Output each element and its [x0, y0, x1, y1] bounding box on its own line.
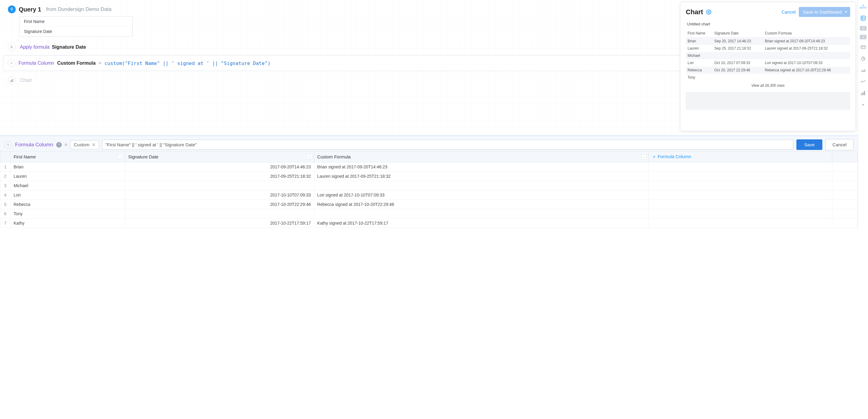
chart-preview-row[interactable]: LaurenSep 25, 2017 21:18:32Lauren signed…	[686, 45, 850, 52]
badge-12b[interactable]: 12	[860, 35, 867, 39]
cell-first: Lauren	[10, 172, 125, 181]
chart-preview-row[interactable]: Tony	[686, 74, 850, 81]
table-row[interactable]: 7Kathy2017-10-22T17:59:17Kathy signed at…	[0, 218, 858, 228]
chip-remove-icon[interactable]: ✕	[92, 142, 96, 148]
chart-untitled-label[interactable]: Untitled chart	[687, 22, 850, 26]
cell-cf: Brian signed at 2017-09-20T14:46:23	[763, 37, 850, 45]
cell-sig: Oct 10, 2017 07:09:33	[713, 59, 763, 66]
query-field[interactable]: Signature Date	[20, 27, 132, 36]
cell-cf: Lori signed at 2017-10-10T07:09:33	[763, 59, 850, 66]
chart-cancel-link[interactable]: Cancel	[781, 9, 796, 14]
query-title[interactable]: Query 1	[19, 6, 41, 13]
cell-first: Lori	[10, 190, 125, 200]
add-formula-column[interactable]: ＋ Formula Column	[649, 151, 832, 162]
svg-rect-3	[12, 79, 13, 82]
view-all-rows-link[interactable]: View all 28,305 rows	[686, 84, 850, 88]
cell-empty	[649, 181, 832, 190]
cell-first: Kathy	[10, 218, 125, 228]
save-to-dashboard-button[interactable]: Save to Dashboard	[799, 7, 850, 17]
table-row[interactable]: 3Michael	[0, 181, 858, 190]
row-number: 5	[0, 200, 10, 209]
table-row[interactable]: 2Lauren2017-09-25T21:18:32Lauren signed …	[0, 172, 858, 181]
chevron-down-icon[interactable]: ▾	[860, 101, 867, 108]
grid-col-header[interactable]: Custom Formula⌄	[314, 151, 649, 162]
area-chart-icon[interactable]	[860, 66, 867, 74]
cell-first: Brian	[686, 37, 713, 45]
cell-cf: Rebecca signed at 2017-10-20T22:29:46	[314, 200, 649, 209]
chevron-down-icon[interactable]: ⌄	[307, 154, 312, 160]
cell-first: Rebecca	[686, 66, 713, 74]
chart-preview-row[interactable]: LoriOct 10, 2017 07:09:33Lori signed at …	[686, 59, 850, 66]
cell-sig: 2017-09-25T21:18:32	[125, 172, 314, 181]
chip-label: Custom	[74, 142, 89, 147]
cell-sig	[713, 74, 763, 81]
cell-cf	[763, 74, 850, 81]
svg-rect-9	[861, 46, 865, 49]
chart-preview-table: First Name Signature Date Custom Formula…	[686, 29, 850, 81]
cell-cf	[314, 181, 649, 190]
table-row[interactable]: 4Lori2017-10-10T07:09:33Lori signed at 2…	[0, 190, 858, 200]
row-number: 7	[0, 218, 10, 228]
chart-preview-panel: Chart Cancel Save to Dashboard Untitled …	[680, 2, 856, 131]
cell-empty	[832, 190, 858, 200]
cell-cf: Lauren signed at 2017-09-25T21:18:32	[763, 45, 850, 52]
query-field[interactable]: First Name	[20, 17, 132, 27]
cell-empty	[832, 162, 858, 172]
cell-sig: 2017-09-20T14:46:23	[125, 162, 314, 172]
chart-col-header[interactable]: Custom Formula	[763, 29, 850, 37]
cell-sig: 2017-10-10T07:09:33	[125, 190, 314, 200]
svg-rect-2	[11, 80, 12, 82]
table-view-icon[interactable]	[860, 14, 867, 22]
add-step-icon[interactable]: +	[7, 59, 16, 67]
chevron-down-icon[interactable]: ⌄	[118, 154, 123, 160]
cell-first: Rebecca	[10, 200, 125, 209]
cell-empty	[832, 200, 858, 209]
gear-icon[interactable]	[706, 9, 711, 15]
formula-type-chip[interactable]: Custom ✕	[70, 140, 99, 149]
grid-col-header[interactable]: First Name⌄	[10, 151, 125, 162]
help-icon[interactable]: ?	[56, 142, 62, 148]
cancel-button[interactable]: Cancel	[826, 139, 854, 150]
editor-label: Formula Column	[15, 142, 53, 148]
svg-rect-12	[861, 93, 862, 95]
grid-col-header[interactable]: Signature Date⌄	[125, 151, 314, 162]
svg-rect-1	[10, 81, 11, 82]
query-source: from Dundersign Demo Data	[46, 6, 111, 12]
card-view-icon[interactable]	[860, 43, 867, 51]
table-row[interactable]: 5Rebecca2017-10-20T22:29:46Rebecca signe…	[0, 200, 858, 209]
cell-empty	[649, 200, 832, 209]
save-button[interactable]: Save	[796, 139, 823, 150]
svg-point-0	[11, 8, 13, 10]
line-chart-icon[interactable]	[860, 78, 867, 85]
chart-col-header[interactable]: First Name	[686, 29, 713, 37]
cell-first: Lauren	[686, 45, 713, 52]
data-grid: First Name⌄ Signature Date⌄ Custom Formu…	[0, 151, 858, 229]
chart-step-label: Chart	[20, 78, 32, 83]
cell-empty	[649, 190, 832, 200]
formula-column-name: Custom Formula	[57, 60, 95, 66]
bar-chart-icon[interactable]	[860, 89, 867, 97]
chevron-down-icon[interactable]: ⌄	[641, 154, 647, 160]
cell-first: Lori	[686, 59, 713, 66]
svg-rect-14	[864, 91, 865, 95]
chart-preview-row[interactable]: Michael	[686, 52, 850, 59]
chart-preview-row[interactable]: BrianSep 20, 2017 14:46:23Brian signed a…	[686, 37, 850, 45]
pie-chart-icon[interactable]	[860, 55, 867, 62]
table-row[interactable]: 1Brian2017-09-20T14:46:23Brian signed at…	[0, 162, 858, 172]
formula-input[interactable]	[102, 140, 793, 150]
cell-sig: Sep 20, 2017 14:46:23	[713, 37, 763, 45]
cell-first: Michael	[10, 181, 125, 190]
auto-mode-button[interactable]: AUTO	[860, 3, 867, 10]
add-formula-icon[interactable]: +	[4, 141, 12, 149]
grid-col-spacer	[832, 151, 858, 162]
cell-cf: Lauren signed at 2017-09-25T21:18:32	[314, 172, 649, 181]
formula-editor-bar: + Formula Column ? = Custom ✕ Save Cance…	[0, 136, 858, 153]
table-row[interactable]: 6Tony	[0, 209, 858, 218]
chart-col-header[interactable]: Signature Date	[713, 29, 763, 37]
cell-cf: Brian signed at 2017-09-20T14:46:23	[314, 162, 649, 172]
chart-preview-row[interactable]: RebeccaOct 20, 2017 22:29:46Rebecca sign…	[686, 66, 850, 74]
cell-empty	[649, 209, 832, 218]
row-number: 2	[0, 172, 10, 181]
cell-cf: Rebecca signed at 2017-10-20T22:29:46	[763, 66, 850, 74]
badge-12a[interactable]: 12	[860, 26, 867, 31]
